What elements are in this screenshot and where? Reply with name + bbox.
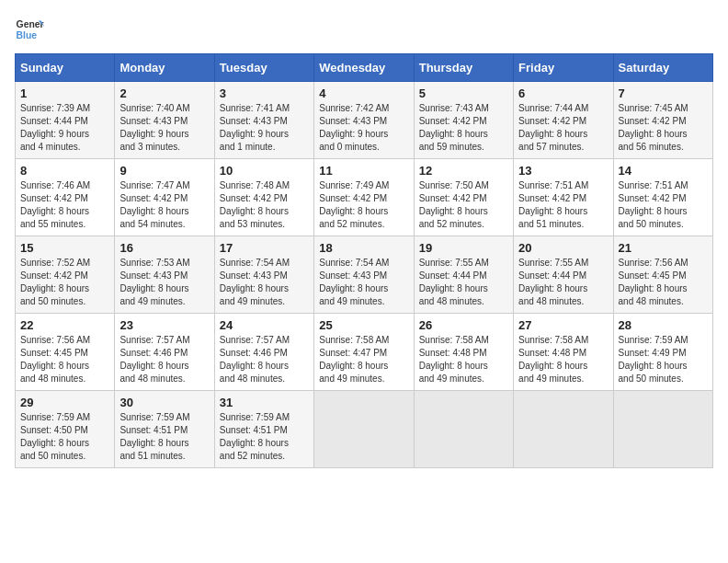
day-number: 26 [419,318,508,332]
day-number: 9 [119,164,209,178]
logo-icon: General Blue [15,15,44,44]
day-info: Sunrise: 7:41 AM Sunset: 4:43 PM Dayligh… [220,102,309,154]
weekday-header-monday: Monday [115,54,214,82]
day-number: 18 [319,241,408,255]
day-info: Sunrise: 7:55 AM Sunset: 4:44 PM Dayligh… [518,257,608,308]
day-number: 30 [119,396,209,409]
day-number: 23 [119,318,209,332]
calendar-cell: 10Sunrise: 7:48 AM Sunset: 4:42 PM Dayli… [214,159,313,236]
header: General Blue [15,15,713,44]
day-number: 31 [220,396,309,409]
day-number: 10 [220,164,309,178]
weekday-row: SundayMondayTuesdayWednesdayThursdayFrid… [16,54,713,82]
calendar-cell: 24Sunrise: 7:57 AM Sunset: 4:46 PM Dayli… [214,314,313,391]
calendar-cell: 28Sunrise: 7:59 AM Sunset: 4:49 PM Dayli… [613,314,712,391]
day-info: Sunrise: 7:43 AM Sunset: 4:42 PM Dayligh… [419,102,508,154]
calendar-cell: 30Sunrise: 7:59 AM Sunset: 4:51 PM Dayli… [115,391,214,468]
calendar-cell: 11Sunrise: 7:49 AM Sunset: 4:42 PM Dayli… [314,159,414,236]
calendar-table: SundayMondayTuesdayWednesdayThursdayFrid… [15,53,713,468]
calendar-cell: 16Sunrise: 7:53 AM Sunset: 4:43 PM Dayli… [115,236,214,314]
calendar-week-4: 22Sunrise: 7:56 AM Sunset: 4:45 PM Dayli… [16,314,713,391]
day-number: 7 [619,86,708,100]
calendar-cell [414,391,513,468]
calendar-cell: 31Sunrise: 7:59 AM Sunset: 4:51 PM Dayli… [214,391,313,468]
day-number: 25 [319,318,408,332]
day-info: Sunrise: 7:52 AM Sunset: 4:42 PM Dayligh… [20,257,109,308]
day-info: Sunrise: 7:42 AM Sunset: 4:43 PM Dayligh… [319,102,408,154]
day-info: Sunrise: 7:39 AM Sunset: 4:44 PM Dayligh… [20,102,109,154]
day-info: Sunrise: 7:56 AM Sunset: 4:45 PM Dayligh… [619,257,708,308]
day-info: Sunrise: 7:48 AM Sunset: 4:42 PM Dayligh… [220,179,309,231]
day-info: Sunrise: 7:56 AM Sunset: 4:45 PM Dayligh… [20,334,109,385]
calendar-cell: 1Sunrise: 7:39 AM Sunset: 4:44 PM Daylig… [16,82,115,159]
calendar-cell: 9Sunrise: 7:47 AM Sunset: 4:42 PM Daylig… [115,159,214,236]
weekday-header-sunday: Sunday [16,54,115,82]
calendar-cell: 2Sunrise: 7:40 AM Sunset: 4:43 PM Daylig… [115,82,214,159]
calendar-cell: 8Sunrise: 7:46 AM Sunset: 4:42 PM Daylig… [16,159,115,236]
day-number: 11 [319,164,408,178]
calendar-body: 1Sunrise: 7:39 AM Sunset: 4:44 PM Daylig… [16,82,713,468]
calendar-week-5: 29Sunrise: 7:59 AM Sunset: 4:50 PM Dayli… [16,391,713,468]
day-number: 3 [220,86,309,100]
calendar-cell: 29Sunrise: 7:59 AM Sunset: 4:50 PM Dayli… [16,391,115,468]
day-number: 13 [518,164,608,178]
day-info: Sunrise: 7:58 AM Sunset: 4:48 PM Dayligh… [518,334,608,385]
day-number: 14 [619,164,708,178]
svg-text:Blue: Blue [17,30,38,40]
calendar-cell: 21Sunrise: 7:56 AM Sunset: 4:45 PM Dayli… [613,236,712,314]
day-number: 19 [419,241,508,255]
day-info: Sunrise: 7:51 AM Sunset: 4:42 PM Dayligh… [518,179,608,231]
calendar-cell [314,391,414,468]
day-number: 24 [220,318,309,332]
weekday-header-tuesday: Tuesday [214,54,313,82]
calendar-cell: 22Sunrise: 7:56 AM Sunset: 4:45 PM Dayli… [16,314,115,391]
weekday-header-wednesday: Wednesday [314,54,414,82]
day-info: Sunrise: 7:59 AM Sunset: 4:50 PM Dayligh… [20,411,109,463]
day-number: 8 [20,164,109,178]
day-info: Sunrise: 7:58 AM Sunset: 4:48 PM Dayligh… [419,334,508,385]
day-info: Sunrise: 7:50 AM Sunset: 4:42 PM Dayligh… [419,179,508,231]
day-info: Sunrise: 7:53 AM Sunset: 4:43 PM Dayligh… [119,257,209,308]
day-info: Sunrise: 7:55 AM Sunset: 4:44 PM Dayligh… [419,257,508,308]
day-number: 29 [20,396,109,409]
day-number: 4 [319,86,408,100]
weekday-header-friday: Friday [514,54,613,82]
day-number: 27 [518,318,608,332]
day-number: 6 [518,86,608,100]
day-number: 12 [419,164,508,178]
day-info: Sunrise: 7:46 AM Sunset: 4:42 PM Dayligh… [20,179,109,231]
day-number: 28 [619,318,708,332]
calendar-cell: 7Sunrise: 7:45 AM Sunset: 4:42 PM Daylig… [613,82,712,159]
calendar-cell: 23Sunrise: 7:57 AM Sunset: 4:46 PM Dayli… [115,314,214,391]
day-number: 5 [419,86,508,100]
weekday-header-thursday: Thursday [414,54,513,82]
calendar-cell: 18Sunrise: 7:54 AM Sunset: 4:43 PM Dayli… [314,236,414,314]
calendar-cell: 5Sunrise: 7:43 AM Sunset: 4:42 PM Daylig… [414,82,513,159]
calendar-cell: 13Sunrise: 7:51 AM Sunset: 4:42 PM Dayli… [514,159,613,236]
calendar-week-3: 15Sunrise: 7:52 AM Sunset: 4:42 PM Dayli… [16,236,713,314]
logo: General Blue [15,15,48,44]
day-info: Sunrise: 7:57 AM Sunset: 4:46 PM Dayligh… [119,334,209,385]
day-info: Sunrise: 7:49 AM Sunset: 4:42 PM Dayligh… [319,179,408,231]
calendar-header: SundayMondayTuesdayWednesdayThursdayFrid… [16,54,713,82]
calendar-week-2: 8Sunrise: 7:46 AM Sunset: 4:42 PM Daylig… [16,159,713,236]
calendar-cell: 26Sunrise: 7:58 AM Sunset: 4:48 PM Dayli… [414,314,513,391]
day-info: Sunrise: 7:47 AM Sunset: 4:42 PM Dayligh… [119,179,209,231]
day-info: Sunrise: 7:40 AM Sunset: 4:43 PM Dayligh… [119,102,209,154]
calendar-cell: 6Sunrise: 7:44 AM Sunset: 4:42 PM Daylig… [514,82,613,159]
calendar-cell: 27Sunrise: 7:58 AM Sunset: 4:48 PM Dayli… [514,314,613,391]
calendar-cell: 3Sunrise: 7:41 AM Sunset: 4:43 PM Daylig… [214,82,313,159]
calendar-cell: 15Sunrise: 7:52 AM Sunset: 4:42 PM Dayli… [16,236,115,314]
day-number: 1 [20,86,109,100]
day-number: 2 [119,86,209,100]
day-number: 22 [20,318,109,332]
calendar-cell: 14Sunrise: 7:51 AM Sunset: 4:42 PM Dayli… [613,159,712,236]
calendar-cell [613,391,712,468]
day-info: Sunrise: 7:54 AM Sunset: 4:43 PM Dayligh… [319,257,408,308]
day-number: 15 [20,241,109,255]
day-number: 21 [619,241,708,255]
day-number: 16 [119,241,209,255]
day-info: Sunrise: 7:59 AM Sunset: 4:51 PM Dayligh… [119,411,209,463]
day-info: Sunrise: 7:44 AM Sunset: 4:42 PM Dayligh… [518,102,608,154]
day-number: 17 [220,241,309,255]
